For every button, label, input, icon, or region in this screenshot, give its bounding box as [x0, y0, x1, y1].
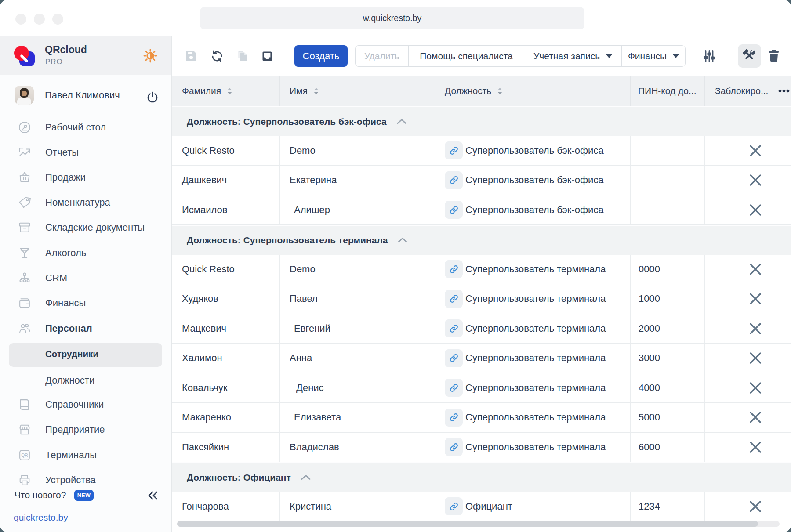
- svg-text:QR: QR: [21, 453, 28, 458]
